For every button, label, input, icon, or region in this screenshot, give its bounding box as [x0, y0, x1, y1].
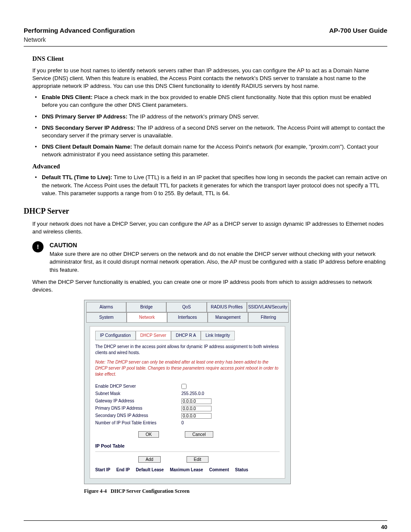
col-endip: End IP [116, 467, 130, 473]
subtab-dhcpserver[interactable]: DHCP Server [136, 331, 171, 340]
subtab-dhcpra[interactable]: DHCP R A [171, 331, 201, 340]
gateway-input[interactable] [181, 398, 212, 404]
tab-alarms[interactable]: Alarms [86, 302, 126, 312]
advanced-item-bold: Default TTL (Time to Live): [42, 174, 112, 180]
subtab-ipconfig[interactable]: IP Configuration [95, 331, 136, 340]
subnet-value: 255.255.0.0 [181, 391, 204, 397]
enable-dhcp-label: Enable DHCP Server [95, 383, 181, 389]
dns-bullet-list: Enable DNS Client: Place a check mark in… [32, 93, 387, 159]
tab-network[interactable]: Network [127, 312, 167, 323]
figure-caption: Figure 4-4 DHCP Server Configuration Scr… [84, 488, 387, 495]
caution-body: Make sure there are no other DHCP server… [50, 250, 387, 274]
secondary-dns-input[interactable] [181, 413, 212, 419]
panel-note: Note: The DHCP server can only be enable… [95, 359, 280, 377]
ip-pool-table-title: IP Pool Table [95, 443, 280, 449]
advanced-heading: Advanced [32, 162, 387, 171]
dns-item-bold: Enable DNS Client: [42, 94, 93, 100]
chapter-title: Performing Advanced Configuration [24, 26, 135, 35]
col-startip: Start IP [95, 467, 110, 473]
tab-ssid[interactable]: SSID/VLAN/Security [247, 302, 289, 312]
cancel-button[interactable]: Cancel [185, 431, 213, 438]
dhcp-after: When the DHCP Server functionality is en… [32, 278, 387, 294]
divider [95, 451, 280, 452]
tab-filtering[interactable]: Filtering [248, 312, 289, 323]
tab-interfaces[interactable]: Interfaces [167, 312, 208, 323]
dhcp-server-heading: DHCP Server [24, 206, 387, 217]
dns-item: DNS Secondary Server IP Address: The IP … [32, 124, 387, 140]
top-tab-row: Alarms Bridge QoS RADIUS Profiles SSID/V… [86, 302, 289, 312]
dns-intro: If you prefer to use host names to ident… [32, 67, 387, 90]
enable-dhcp-checkbox[interactable] [181, 384, 187, 389]
page-number: 40 [24, 520, 387, 531]
dns-item-text: The IP address of the network's primary … [128, 113, 259, 120]
col-comment: Comment [209, 467, 229, 473]
primary-dns-input[interactable] [181, 406, 212, 411]
dhcp-intro: If your network does not have a DHCP Ser… [32, 220, 387, 236]
tab-qos[interactable]: QoS [166, 302, 206, 312]
guide-title: AP-700 User Guide [329, 26, 387, 35]
ok-button[interactable]: OK [138, 431, 159, 438]
pool-headers: Start IP End IP Default Lease Maximum Le… [95, 467, 280, 473]
advanced-bullet-list: Default TTL (Time to Live): Time to Live… [32, 174, 387, 197]
subnet-label: Subnet Mask [95, 391, 181, 397]
tab-management[interactable]: Management [208, 312, 248, 323]
header-rule [24, 46, 387, 47]
dns-item-bold: DNS Secondary Server IP Address: [42, 124, 135, 131]
primary-dns-label: Primary DNS IP Address [95, 405, 181, 411]
sub-tab-row: IP Configuration DHCP Server DHCP R A Li… [95, 331, 280, 340]
secondary-dns-label: Secondary DNS IP Address [95, 413, 181, 419]
caution-heading: CAUTION [50, 241, 387, 250]
caution-icon: ! [32, 241, 44, 252]
col-deflease: Default Lease [136, 467, 164, 473]
gateway-label: Gateway IP Address [95, 398, 181, 404]
dns-item: DNS Primary Server IP Address: The IP ad… [32, 113, 387, 121]
dns-item-bold: DNS Client Default Domain Name: [42, 143, 132, 150]
dns-item: Enable DNS Client: Place a check mark in… [32, 93, 387, 109]
subtab-linkintegrity[interactable]: Link Integrity [201, 331, 235, 340]
pool-count-label: Number of IP Pool Table Entries [95, 420, 181, 426]
bottom-tab-row: System Network Interfaces Management Fil… [86, 312, 289, 323]
dns-client-heading: DNS Client [32, 54, 387, 63]
panel-description: The DHCP server in the access point allo… [95, 344, 280, 356]
tab-system[interactable]: System [86, 312, 127, 323]
col-status: Status [235, 467, 249, 473]
tab-bridge[interactable]: Bridge [126, 302, 166, 312]
dns-item-bold: DNS Primary Server IP Address: [42, 113, 128, 120]
add-button[interactable]: Add [138, 456, 161, 463]
edit-button[interactable]: Edit [187, 456, 209, 463]
tab-radius[interactable]: RADIUS Profiles [207, 302, 247, 312]
advanced-item: Default TTL (Time to Live): Time to Live… [32, 174, 387, 197]
dhcp-config-screenshot: Alarms Bridge QoS RADIUS Profiles SSID/V… [84, 300, 291, 484]
col-maxlease: Maximum Lease [170, 467, 203, 473]
dns-item: DNS Client Default Domain Name: The defa… [32, 143, 387, 159]
pool-count-value: 0 [181, 420, 184, 426]
section-breadcrumb: Network [24, 36, 387, 44]
